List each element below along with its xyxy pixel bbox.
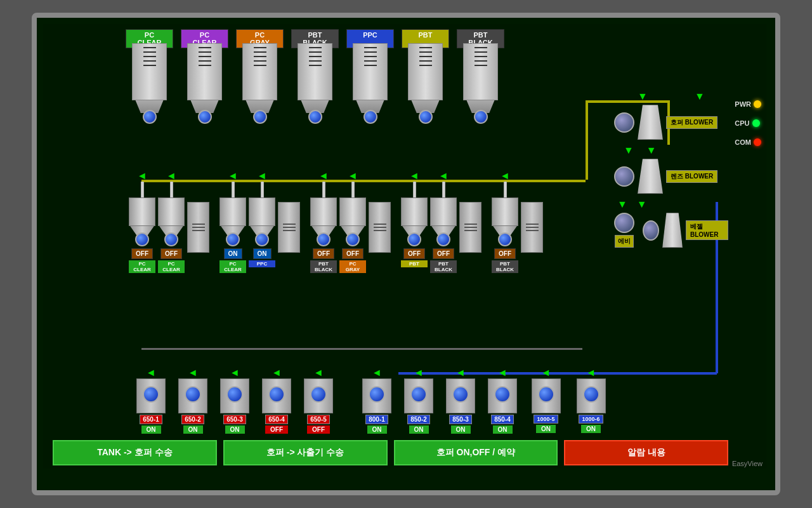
machine-knob-650-3[interactable] — [226, 386, 243, 403]
ebi-motor — [614, 213, 634, 233]
valve-icon-0-1[interactable]: ◄ — [166, 170, 176, 182]
hopper-knob-2-1[interactable] — [346, 232, 360, 246]
machine-valve-650-1[interactable]: ◄ — [146, 367, 156, 378]
tank-knob-0[interactable] — [143, 110, 157, 124]
machine-valve-1000-5[interactable]: ◄ — [541, 367, 551, 378]
blower-valve-5[interactable]: ▼ — [617, 199, 627, 210]
valve-icon-4-0[interactable]: ◄ — [500, 170, 510, 182]
tanks-container — [126, 43, 504, 124]
machine-status-850-3[interactable]: ON — [451, 425, 471, 434]
tank-knob-3[interactable] — [308, 110, 322, 124]
blower-valve-6[interactable]: ▼ — [637, 199, 647, 210]
valve-icon-3-0[interactable]: ◄ — [409, 170, 419, 182]
machine-knob-850-4[interactable] — [494, 386, 511, 403]
machine-valve-1000-6[interactable]: ◄ — [586, 367, 596, 378]
hopper-status-1-1[interactable]: ON — [253, 248, 272, 259]
hopper-knob-4-0[interactable] — [498, 232, 512, 246]
hopper-body-0-0 — [129, 197, 155, 226]
tank-knob-4[interactable] — [363, 110, 377, 124]
valve-icon-0-0[interactable]: ◄ — [137, 170, 147, 182]
hopper-blower-motor — [614, 112, 634, 133]
machine-id-650-5: 650-5 — [307, 415, 330, 424]
hopper-knob-3-1[interactable] — [436, 232, 450, 246]
blower-valve-2[interactable]: ▼ — [695, 91, 705, 102]
blower-valve-4[interactable]: ▼ — [646, 145, 657, 156]
hopper-2-1: ◄ OFF PCGRAY — [339, 170, 366, 273]
btn-hopper-onoff[interactable]: 호퍼 ON,OFF / 예약 — [394, 440, 558, 465]
valve-icon-1-1[interactable]: ◄ — [257, 170, 267, 182]
lens-blower-label[interactable]: 렌즈 BLOWER — [666, 170, 717, 183]
machine-valve-650-4[interactable]: ◄ — [272, 367, 282, 378]
machine-valve-650-2[interactable]: ◄ — [188, 367, 198, 378]
machine-status-850-4[interactable]: ON — [493, 425, 513, 434]
hopper-knob-0-0[interactable] — [135, 232, 149, 246]
valve-icon-2-1[interactable]: ◄ — [348, 170, 358, 182]
tank-3 — [291, 43, 339, 124]
hopper-status-2-0[interactable]: OFF — [313, 248, 334, 259]
hopper-mat-0-1: PCCLEAR — [158, 260, 185, 273]
machine-knob-800-1[interactable] — [369, 386, 385, 403]
machine-status-800-1[interactable]: ON — [367, 425, 387, 434]
hopper-mat-1-0: PCCLEAR — [219, 260, 246, 273]
hopper-status-4-0[interactable]: OFF — [494, 248, 516, 259]
hopper-status-2-1[interactable]: OFF — [342, 248, 363, 259]
hopper-knob-3-0[interactable] — [407, 232, 421, 246]
machine-knob-1000-5[interactable] — [538, 386, 554, 403]
hopper-status-1-0[interactable]: ON — [224, 248, 242, 259]
machine-status-650-1[interactable]: ON — [141, 425, 161, 434]
machine-status-1000-5[interactable]: ON — [536, 425, 556, 433]
machine-knob-850-3[interactable] — [452, 386, 469, 403]
hopper-blower-cone — [638, 105, 663, 140]
valve-icon-3-1[interactable]: ◄ — [438, 170, 449, 182]
blower-valve-1[interactable]: ▼ — [638, 91, 648, 102]
machine-status-850-2[interactable]: ON — [409, 425, 429, 434]
tank-knob-5[interactable] — [419, 110, 433, 124]
btn-alarm[interactable]: 알람 내용 — [564, 440, 728, 465]
machine-valve-850-4[interactable]: ◄ — [497, 367, 508, 378]
tank-knob-2[interactable] — [253, 110, 267, 124]
blower-bottom-valves: ▼ ▼ — [617, 199, 728, 210]
valve-icon-2-0[interactable]: ◄ — [318, 170, 329, 182]
hopper-knob-0-1[interactable] — [164, 232, 178, 246]
machine-id-650-1: 650-1 — [140, 415, 162, 424]
tank-knob-6[interactable] — [474, 110, 488, 124]
machine-knob-650-1[interactable] — [143, 386, 159, 403]
machine-knob-1000-6[interactable] — [583, 386, 599, 403]
machine-knob-650-5[interactable] — [310, 386, 327, 403]
hopper-0-0: ◄ OFF PCCLEAR — [129, 170, 155, 273]
hopper-blower-label[interactable]: 호퍼 BLOWER — [666, 116, 717, 129]
machine-650-5: ◄ 650-5 OFF — [299, 367, 337, 434]
hopper-status-3-0[interactable]: OFF — [403, 248, 425, 259]
tank-knob-1[interactable] — [198, 110, 212, 124]
machine-status-650-4[interactable]: OFF — [265, 425, 288, 434]
tank-6 — [457, 43, 504, 124]
machine-knob-650-2[interactable] — [185, 386, 201, 403]
machine-knob-850-2[interactable] — [410, 386, 427, 403]
machine-status-650-2[interactable]: ON — [183, 425, 203, 434]
machine-valve-650-3[interactable]: ◄ — [230, 367, 240, 378]
tank-2 — [236, 43, 284, 124]
hopper-knob-1-0[interactable] — [226, 232, 240, 246]
valve-icon-1-0[interactable]: ◄ — [228, 170, 238, 182]
hopper-knob-2-0[interactable] — [317, 232, 331, 246]
machine-valve-800-1[interactable]: ◄ — [372, 367, 382, 378]
machine-status-650-5[interactable]: OFF — [307, 425, 330, 434]
machine-id-850-3: 850-3 — [449, 415, 472, 424]
machine-status-1000-6[interactable]: ON — [581, 425, 601, 433]
bezel-blower-label[interactable]: 베젤 BLOWER — [686, 220, 728, 240]
hopper-status-3-1[interactable]: OFF — [433, 248, 454, 259]
machine-valve-650-5[interactable]: ◄ — [313, 367, 324, 378]
hopper-status-0-1[interactable]: OFF — [160, 248, 182, 259]
machine-status-650-3[interactable]: ON — [225, 425, 245, 434]
machine-valve-850-2[interactable]: ◄ — [414, 367, 424, 378]
machine-valve-850-3[interactable]: ◄ — [455, 367, 466, 378]
hopper-status-0-0[interactable]: OFF — [131, 248, 153, 259]
btn-hopper-inject[interactable]: 호퍼 -> 사출기 수송 — [223, 440, 388, 465]
blower-valve-3[interactable]: ▼ — [624, 145, 634, 156]
cpu-status: CPU — [735, 119, 761, 127]
lens-blower-motor — [614, 166, 634, 187]
hopper-knob-1-1[interactable] — [255, 232, 269, 246]
btn-tank-hopper[interactable]: TANK -> 호퍼 수송 — [53, 440, 217, 465]
machine-knob-650-4[interactable] — [268, 386, 285, 403]
hopper-group-3: ◄ OFF PBT ◄ OFF PBTBLACK — [401, 170, 481, 273]
